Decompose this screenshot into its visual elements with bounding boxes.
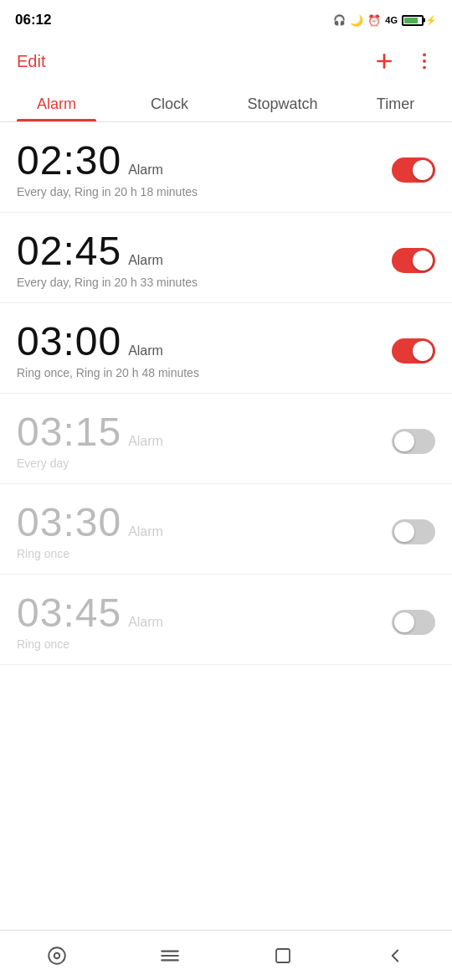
- tab-stopwatch[interactable]: Stopwatch: [226, 85, 339, 121]
- battery-fill: [404, 18, 418, 23]
- top-action-icons: [373, 50, 435, 72]
- headphone-icon: 🎧: [333, 14, 346, 26]
- alarm-toggle[interactable]: [392, 338, 435, 364]
- alarm-label: Alarm: [128, 615, 163, 630]
- svg-point-2: [423, 53, 426, 56]
- alarm-description: Ring once: [17, 547, 163, 560]
- alarm-list: 02:30 Alarm Every day, Ring in 20 h 18 m…: [0, 122, 452, 665]
- more-options-button[interactable]: [413, 50, 435, 72]
- alarm-description: Ring once: [17, 637, 163, 651]
- alarm-icon: ⏰: [367, 14, 381, 27]
- alarm-description: Every day, Ring in 20 h 18 minutes: [17, 185, 198, 199]
- alarm-label: Alarm: [128, 253, 163, 268]
- alarm-time: 02:45: [17, 231, 121, 271]
- alarm-item[interactable]: 03:15 Alarm Every day: [0, 394, 452, 484]
- alarm-toggle[interactable]: [392, 610, 435, 635]
- alarm-time: 03:30: [17, 503, 121, 543]
- overflow-icon: [413, 50, 435, 72]
- alarm-time: 03:15: [17, 412, 121, 452]
- alarm-label: Alarm: [128, 343, 163, 358]
- status-icons: 🎧 🌙 ⏰ 4G ⚡: [333, 14, 437, 27]
- back-button[interactable]: [378, 938, 413, 973]
- battery-indicator: ⚡: [402, 15, 437, 26]
- alarm-description: Every day: [17, 456, 163, 470]
- alarm-toggle[interactable]: [392, 157, 435, 183]
- square-icon: [273, 946, 293, 966]
- plus-icon: [373, 50, 395, 72]
- alarm-item[interactable]: 03:00 Alarm Ring once, Ring in 20 h 48 m…: [0, 303, 452, 394]
- battery-box: [402, 15, 424, 26]
- svg-point-3: [423, 59, 426, 63]
- alarm-label: Alarm: [128, 162, 163, 178]
- alarm-toggle[interactable]: [392, 248, 435, 273]
- charging-icon: ⚡: [425, 15, 437, 26]
- edit-button[interactable]: Edit: [17, 52, 45, 71]
- tab-alarm[interactable]: Alarm: [0, 85, 113, 121]
- status-time: 06:12: [15, 12, 51, 28]
- alarm-label: Alarm: [128, 524, 163, 539]
- alarm-item[interactable]: 03:30 Alarm Ring once: [0, 484, 452, 575]
- alarm-toggle[interactable]: [392, 519, 435, 544]
- tab-clock[interactable]: Clock: [113, 85, 226, 121]
- top-bar: Edit: [0, 37, 452, 85]
- svg-point-6: [54, 952, 60, 958]
- moon-icon: 🌙: [350, 14, 363, 27]
- tab-bar: Alarm Clock Stopwatch Timer: [0, 85, 452, 122]
- signal-icon: 4G: [385, 15, 398, 25]
- alarm-item[interactable]: 02:45 Alarm Every day, Ring in 20 h 33 m…: [0, 213, 452, 303]
- tab-timer[interactable]: Timer: [339, 85, 452, 121]
- add-alarm-button[interactable]: [373, 50, 395, 72]
- home-button[interactable]: [39, 938, 74, 973]
- alarm-item[interactable]: 03:45 Alarm Ring once: [0, 575, 452, 665]
- hamburger-icon: [159, 945, 181, 967]
- alarm-toggle[interactable]: [392, 429, 435, 454]
- alarm-description: Ring once, Ring in 20 h 48 minutes: [17, 366, 199, 379]
- alarm-label: Alarm: [128, 434, 163, 449]
- alarm-time: 03:00: [17, 322, 121, 362]
- alarm-description: Every day, Ring in 20 h 33 minutes: [17, 276, 198, 289]
- alarm-time: 02:30: [17, 141, 121, 181]
- svg-rect-10: [276, 949, 290, 962]
- home-icon: [46, 945, 68, 967]
- back-icon: [384, 945, 406, 967]
- status-bar: 06:12 🎧 🌙 ⏰ 4G ⚡: [0, 0, 452, 37]
- alarm-time: 03:45: [17, 593, 121, 633]
- recents-button[interactable]: [266, 939, 300, 972]
- svg-point-4: [423, 66, 426, 70]
- alarm-item[interactable]: 02:30 Alarm Every day, Ring in 20 h 18 m…: [0, 122, 452, 213]
- bottom-nav: [0, 930, 452, 980]
- svg-point-5: [49, 947, 65, 964]
- menu-button[interactable]: [152, 938, 187, 973]
